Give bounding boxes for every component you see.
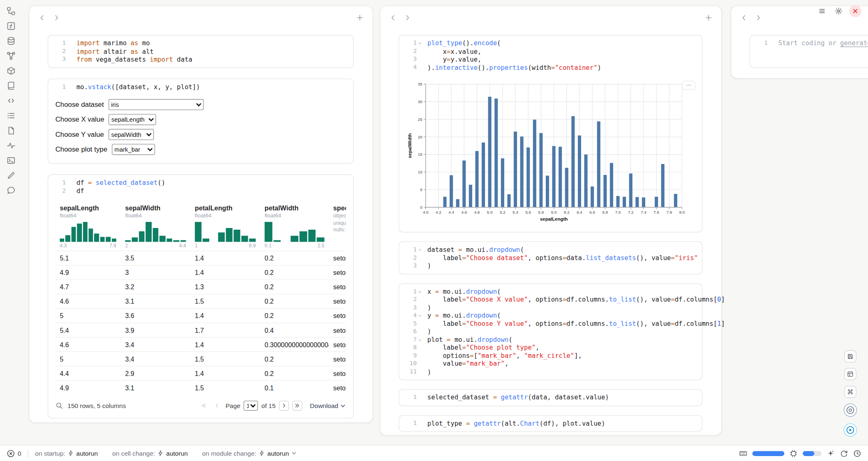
ai-assistant-icon[interactable] <box>826 449 835 457</box>
y-value-select[interactable]: sepalWidth <box>108 129 154 140</box>
on-module-change-setting[interactable]: on module change:autorun <box>202 450 297 456</box>
table-row[interactable]: 5.43.91.70.4setosa <box>55 323 346 337</box>
restart-kernel-icon[interactable] <box>840 449 848 457</box>
column-header[interactable]: sepalWidthfloat64 <box>121 202 191 219</box>
documentation-icon[interactable] <box>7 81 16 90</box>
fold-gutter <box>417 320 423 328</box>
logs-icon[interactable] <box>7 126 16 135</box>
add-cell-button-left[interactable] <box>354 12 366 24</box>
column-header[interactable]: sepalLengthfloat64 <box>55 202 121 219</box>
first-page-button[interactable] <box>199 401 209 410</box>
column-middle-prev-button[interactable] <box>387 12 399 24</box>
page-select[interactable]: 1 <box>244 401 258 410</box>
menu-button[interactable] <box>816 5 828 17</box>
x-value-select[interactable]: sepalLength <box>108 114 156 125</box>
keyboard-shortcuts-icon[interactable] <box>739 449 747 457</box>
snippets-icon[interactable] <box>7 96 16 105</box>
column-histogram[interactable]: 24.4 <box>121 219 191 251</box>
column-header[interactable]: petalLengthfloat64 <box>190 202 260 219</box>
fold-toggle-icon[interactable] <box>417 312 423 320</box>
column-middle: 1plot_type().encode(2 x=x.value,3 y=y.va… <box>380 5 722 436</box>
file-explorer-icon[interactable] <box>7 7 16 16</box>
column-histogram[interactable]: 4.37.9 <box>55 219 121 251</box>
search-icon[interactable] <box>55 402 63 410</box>
chat-icon[interactable] <box>7 186 16 195</box>
next-page-button[interactable] <box>279 401 289 410</box>
fold-toggle-icon[interactable] <box>417 288 423 296</box>
code-text: x=x.value, <box>423 47 481 55</box>
line-number: 1 <box>402 420 417 428</box>
column-left-next-button[interactable] <box>51 12 63 24</box>
table-row[interactable]: 4.63.11.50.2setosa <box>55 294 346 309</box>
cell-plot-type[interactable]: 1plot_type = getattr(alt.Chart(df), plot… <box>399 415 702 432</box>
cell-imports[interactable]: 1import marimo as mo2import altair as al… <box>48 35 354 68</box>
table-row[interactable]: 4.42.91.40.2setosa <box>55 366 346 380</box>
fold-toggle-icon[interactable] <box>417 39 423 48</box>
table-row[interactable]: 5.13.51.40.2setosa <box>55 251 346 265</box>
generate-with-ai-link[interactable]: generate <box>840 39 868 47</box>
cell-selected-dataset[interactable]: 1selected_dataset = getattr(data, datase… <box>399 390 702 406</box>
table-row[interactable]: 4.63.41.40.30000000000000004setosa <box>55 337 346 352</box>
annotations-icon[interactable] <box>7 171 16 180</box>
control-row: Choose X valuesepalLength <box>55 112 346 127</box>
cell-new-empty[interactable]: 1 Start coding or generate with AI. <box>750 35 868 68</box>
table-row[interactable]: 4.93.11.50.1setosa <box>55 380 346 394</box>
column-histogram[interactable]: 16.9 <box>190 219 260 251</box>
cell-dataset-dropdown[interactable]: 1dataset = mo.ui.dropdown(2 label="Choos… <box>399 242 702 274</box>
column-right-next-button[interactable] <box>752 12 764 24</box>
column-header[interactable]: petalWidthfloat64 <box>260 202 329 219</box>
table-row[interactable]: 53.41.50.2setosa <box>55 352 346 366</box>
settings-button[interactable] <box>833 5 845 17</box>
command-palette-button[interactable] <box>844 386 856 398</box>
packages-icon[interactable] <box>7 67 16 76</box>
cell-vstack[interactable]: 1mo.vstack([dataset, x, y, plot]) Choose… <box>48 78 354 164</box>
dataset-select[interactable]: iris <box>108 99 203 110</box>
cell-xyplot-dropdowns[interactable]: 1x = mo.ui.dropdown(2 label="Choose X va… <box>399 284 702 380</box>
runtime-clock-icon[interactable] <box>853 449 861 457</box>
add-cell-button-middle[interactable] <box>702 12 715 24</box>
on-cell-change-setting[interactable]: on cell change:autorun <box>112 450 188 456</box>
column-right-prev-button[interactable] <box>738 12 750 24</box>
column-left-prev-button[interactable] <box>36 12 48 24</box>
table-row[interactable]: 4.931.40.2setosa <box>55 265 346 280</box>
data-sources-icon[interactable] <box>7 37 16 46</box>
column-header[interactable]: speciesobject <box>329 202 346 219</box>
table-row[interactable]: 53.61.40.2setosa <box>55 309 346 323</box>
code-line: 3from vega_datasets import data <box>51 55 348 64</box>
code-text: mo.vstack([dataset, x, y, plot]) <box>72 83 200 91</box>
prev-page-button[interactable] <box>212 401 222 410</box>
fold-toggle-icon[interactable] <box>417 336 423 344</box>
svg-text:5.0: 5.0 <box>487 210 493 214</box>
scratchpad-icon[interactable] <box>7 156 16 165</box>
outline-icon[interactable] <box>7 111 16 120</box>
editor-placeholder[interactable]: Start coding or generate with AI. <box>774 39 868 48</box>
fold-toggle-icon[interactable] <box>417 246 423 254</box>
lightning-icon <box>67 450 74 456</box>
on-startup-setting[interactable]: on startup:autorun <box>35 450 98 456</box>
chart-actions-button[interactable] <box>682 81 695 90</box>
code-line: 1x = mo.ui.dropdown( <box>402 288 696 296</box>
dependency-graph-icon[interactable] <box>7 51 16 60</box>
layout-toggle-button[interactable] <box>844 368 856 380</box>
errors-indicator[interactable]: 0 <box>7 449 21 457</box>
cell-chart[interactable]: 1plot_type().encode(2 x=x.value,3 y=y.va… <box>399 35 702 233</box>
column-middle-next-button[interactable] <box>402 12 414 24</box>
tracing-icon[interactable] <box>7 141 16 150</box>
save-button[interactable] <box>844 350 856 363</box>
variables-icon[interactable] <box>7 22 16 31</box>
run-all-button[interactable] <box>844 423 857 436</box>
download-button[interactable]: Download <box>310 402 346 409</box>
column-histogram[interactable]: 0.12.5 <box>260 219 329 251</box>
bar-chart[interactable]: 4.04.24.44.64.85.05.25.45.65.86.06.26.46… <box>406 78 695 226</box>
fold-gutter <box>417 368 423 376</box>
code-line: 2df <box>51 187 348 195</box>
interrupt-button[interactable] <box>844 403 857 417</box>
table-row[interactable]: 4.73.21.30.2setosa <box>55 280 346 294</box>
code-line: 7plot = mo.ui.dropdown( <box>402 336 696 344</box>
plot-type-select[interactable]: mark_bar <box>112 144 155 155</box>
last-page-button[interactable] <box>292 401 302 410</box>
code-text: plot = mo.ui.dropdown( <box>423 336 512 344</box>
cell-dataframe[interactable]: 1df = selected_dataset()2df sepalLengthf… <box>48 174 354 418</box>
shutdown-button[interactable] <box>849 5 861 17</box>
memory-usage-meter <box>752 451 784 456</box>
